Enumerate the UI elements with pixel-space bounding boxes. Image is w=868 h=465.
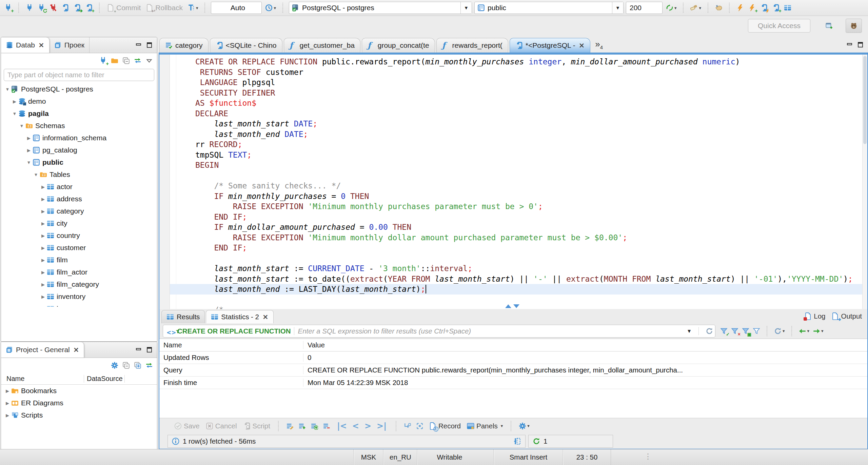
expand-arrow-icon[interactable]: ▶ bbox=[4, 413, 11, 418]
editor-scrollbar[interactable] bbox=[862, 55, 867, 309]
view-menu-icon[interactable] bbox=[145, 57, 153, 64]
dropdown-arrow-icon[interactable]: ▾ bbox=[699, 5, 701, 11]
expand-arrow-icon[interactable]: ▶ bbox=[11, 99, 18, 104]
statusbar-handle[interactable]: ⋮ bbox=[644, 452, 652, 461]
prev-row-button[interactable]: < bbox=[352, 421, 359, 431]
minimize-icon[interactable] bbox=[135, 347, 142, 353]
code-line-6[interactable]: DECLARE bbox=[195, 108, 867, 119]
tree-item-schemas[interactable]: ▼Schemas bbox=[1, 120, 157, 132]
status-msk[interactable]: MSK bbox=[353, 449, 383, 465]
tree-item-customer[interactable]: ▶customer bbox=[1, 242, 157, 254]
output-button[interactable]: ➔Output bbox=[831, 312, 862, 320]
panels-button[interactable]: Panels▾ bbox=[466, 421, 504, 431]
tree-item-film-actor[interactable]: ▶film_actor bbox=[1, 266, 157, 278]
dropdown-arrow-icon[interactable]: ▾ bbox=[674, 5, 677, 11]
fetch-page-icon[interactable] bbox=[403, 422, 412, 430]
add-row-icon[interactable] bbox=[298, 422, 307, 430]
delete-row-icon[interactable] bbox=[322, 422, 331, 430]
status-smart-insert[interactable]: Smart Insert bbox=[493, 449, 563, 465]
new-sql-editor-icon[interactable] bbox=[60, 3, 70, 12]
expand-arrow-icon[interactable]: ▶ bbox=[39, 197, 47, 202]
code-line-5[interactable]: AS $function$ bbox=[195, 98, 867, 108]
expand-arrow-icon[interactable]: ▶ bbox=[39, 294, 47, 299]
open-sql-console-icon[interactable]: ➔ bbox=[72, 3, 82, 12]
log-button[interactable]: Log bbox=[804, 312, 825, 320]
link-editor-icon[interactable] bbox=[134, 57, 141, 64]
tree-item-language[interactable]: ▶language bbox=[1, 303, 157, 307]
tree-item-public[interactable]: ▼public bbox=[1, 156, 157, 168]
dropdown-arrow-icon[interactable]: ▾ bbox=[821, 328, 824, 333]
tree-item-film-category[interactable]: ▶film_category bbox=[1, 278, 157, 290]
filter-history-dropdown-icon[interactable]: ▼ bbox=[687, 328, 692, 334]
table-row-finish-time[interactable]: Finish timeMon Mar 05 14:22:39 MSK 2018 bbox=[159, 377, 867, 389]
reconnect-icon[interactable] bbox=[37, 3, 46, 12]
connection-combo[interactable]: PostgreSQL - postgres▼ bbox=[289, 2, 472, 14]
dbeaver-perspective-button[interactable] bbox=[846, 19, 862, 33]
execute-statement-icon[interactable] bbox=[735, 3, 745, 12]
expand-arrow-icon[interactable]: ▶ bbox=[39, 270, 47, 275]
disconnect-icon[interactable] bbox=[48, 3, 58, 12]
auto-commit-combo[interactable]: Auto bbox=[211, 2, 262, 14]
execute-new-tab-icon[interactable]: + bbox=[747, 3, 757, 12]
code-line-3[interactable]: LANGUAGE plpgsql bbox=[195, 77, 867, 88]
filter-save-icon[interactable]: ✓ bbox=[720, 327, 728, 335]
editor-tab-rewards-report-[interactable]: ƒrewards_report( bbox=[436, 38, 508, 53]
execute-script-detached-icon[interactable]: + bbox=[771, 3, 781, 12]
combo-arrow-icon[interactable]: ▼ bbox=[460, 2, 472, 14]
tree-item-tables[interactable]: ▼Tables bbox=[1, 168, 157, 181]
link-editor-icon[interactable] bbox=[145, 362, 153, 369]
project-tab-project-general[interactable]: Project - General× bbox=[1, 342, 84, 358]
code-line-1[interactable]: CREATE OR REPLACE FUNCTION public.reward… bbox=[195, 57, 867, 67]
code-line-24[interactable] bbox=[195, 295, 867, 305]
new-sql-script-icon[interactable]: + bbox=[84, 3, 94, 12]
cancel-button[interactable]: Cancel bbox=[204, 421, 238, 431]
collapse-arrow-icon[interactable]: ▼ bbox=[4, 87, 11, 92]
code-line-17[interactable]: IF min_dollar_amount_purchased = 0.00 TH… bbox=[195, 222, 867, 232]
code-line-14[interactable]: IF min_monthly_purchases = 0 THEN bbox=[195, 191, 867, 202]
tree-item-city[interactable]: ▶city bbox=[1, 217, 157, 229]
table-row-updated-rows[interactable]: Updated Rows0 bbox=[159, 351, 867, 364]
code-line-10[interactable]: tmpSQL TEXT; bbox=[195, 150, 867, 160]
commit-button[interactable]: ●Commit bbox=[105, 3, 142, 13]
expand-arrow-icon[interactable]: ▶ bbox=[39, 258, 47, 263]
sql-filter-input[interactable]: <>T CREATE OR REPLACE FUNCTION Enter a S… bbox=[163, 325, 715, 338]
assist-icon[interactable] bbox=[714, 3, 724, 12]
combo-arrow-icon[interactable]: ▼ bbox=[612, 2, 623, 14]
maximize-icon[interactable] bbox=[146, 347, 153, 353]
maximize-icon[interactable] bbox=[146, 42, 153, 48]
gear-icon[interactable] bbox=[111, 362, 118, 369]
prev-result-icon[interactable]: ▾ bbox=[799, 327, 810, 335]
auto-refresh-icon[interactable]: ▾ bbox=[774, 327, 785, 335]
duplicate-row-icon[interactable] bbox=[310, 422, 319, 430]
column-value[interactable]: Value bbox=[303, 341, 867, 349]
expand-arrow-icon[interactable]: ▶ bbox=[39, 233, 47, 238]
expand-arrow-icon[interactable]: ▶ bbox=[4, 401, 11, 406]
first-row-button[interactable]: |< bbox=[337, 421, 347, 431]
next-result-icon[interactable]: ▾ bbox=[813, 327, 824, 335]
next-row-button[interactable]: > bbox=[364, 421, 371, 431]
open-perspective-button[interactable] bbox=[825, 19, 833, 33]
close-tab-icon[interactable]: × bbox=[262, 314, 269, 321]
dropdown-arrow-icon[interactable]: ▾ bbox=[501, 423, 503, 428]
close-tab-icon[interactable]: × bbox=[73, 346, 79, 353]
sync-schema-icon[interactable]: ▾ bbox=[665, 3, 678, 12]
code-line-15[interactable]: RAISE EXCEPTION 'Minimum monthly purchas… bbox=[195, 201, 867, 212]
dropdown-arrow-icon[interactable]: ▾ bbox=[527, 423, 530, 428]
code-line-8[interactable]: last_month_end DATE; bbox=[195, 129, 867, 140]
transaction-mode-icon[interactable]: ▾ bbox=[186, 3, 199, 12]
dropdown-arrow-icon[interactable]: ▾ bbox=[783, 328, 785, 333]
dropdown-arrow-icon[interactable]: ▾ bbox=[807, 328, 810, 333]
filter-clear-icon[interactable]: × bbox=[731, 327, 738, 335]
code-line-2[interactable]: RETURNS SETOF customer bbox=[195, 67, 867, 78]
more-tabs-chevron[interactable]: »4 bbox=[592, 39, 606, 50]
new-connection-icon[interactable]: + bbox=[99, 57, 107, 64]
code-line-13[interactable]: /* Some sanity checks... */ bbox=[195, 181, 867, 191]
refresh-icon[interactable] bbox=[706, 327, 713, 335]
code-line-12[interactable] bbox=[195, 170, 867, 181]
code-line-4[interactable]: SECURITY DEFINER bbox=[195, 88, 867, 98]
code-line-19[interactable]: END IF; bbox=[195, 243, 867, 253]
new-folder-icon[interactable] bbox=[111, 57, 118, 64]
editor-tab-group-concat-te[interactable]: ƒgroup_concat(te bbox=[362, 38, 435, 53]
grid-settings-icon[interactable]: ▾ bbox=[518, 422, 530, 430]
code-line-16[interactable]: END IF; bbox=[195, 212, 867, 222]
